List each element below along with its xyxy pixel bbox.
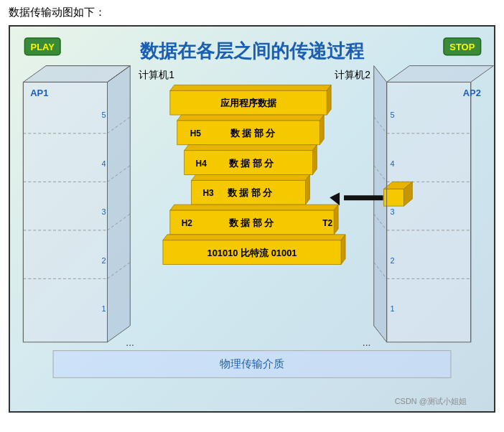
svg-text:数据在各层之间的传递过程: 数据在各层之间的传递过程 bbox=[139, 40, 365, 61]
svg-text:H4: H4 bbox=[196, 159, 207, 169]
svg-text:PLAY: PLAY bbox=[31, 42, 55, 52]
svg-marker-44 bbox=[319, 115, 324, 145]
svg-text:...: ... bbox=[363, 337, 371, 348]
svg-marker-2 bbox=[108, 66, 131, 342]
svg-text:3: 3 bbox=[391, 207, 395, 216]
svg-text:H3: H3 bbox=[203, 188, 215, 198]
svg-text:数 据 部 分: 数 据 部 分 bbox=[227, 187, 274, 198]
svg-text:1: 1 bbox=[391, 304, 395, 313]
svg-rect-14 bbox=[387, 82, 471, 342]
svg-marker-40 bbox=[327, 85, 331, 115]
svg-text:CSDN @测试小姐姐: CSDN @测试小姐姐 bbox=[395, 397, 467, 405]
svg-text:H2: H2 bbox=[182, 218, 193, 228]
svg-text:计算机2: 计算机2 bbox=[335, 69, 370, 80]
svg-marker-59 bbox=[334, 205, 338, 235]
svg-text:H5: H5 bbox=[190, 128, 202, 138]
svg-text:STOP: STOP bbox=[449, 42, 475, 52]
svg-text:AP2: AP2 bbox=[463, 88, 481, 98]
svg-marker-58 bbox=[170, 205, 338, 210]
diagram-svg: AP1 AP2 5 4 3 2 1 5 4 3 2 1 物理传输介质 应用程序数… bbox=[10, 27, 494, 411]
svg-marker-15 bbox=[387, 66, 494, 83]
svg-text:2: 2 bbox=[391, 256, 395, 265]
svg-text:3: 3 bbox=[102, 207, 106, 216]
svg-text:T2: T2 bbox=[322, 218, 332, 228]
svg-marker-69 bbox=[330, 192, 340, 205]
svg-text:4: 4 bbox=[102, 159, 106, 168]
svg-marker-49 bbox=[312, 145, 317, 175]
svg-text:1: 1 bbox=[102, 304, 106, 313]
svg-text:应用程序数据: 应用程序数据 bbox=[220, 98, 277, 108]
page-title: 数据传输动图如下： bbox=[0, 0, 504, 25]
svg-rect-68 bbox=[344, 195, 383, 200]
svg-text:5: 5 bbox=[102, 111, 106, 119]
svg-text:2: 2 bbox=[102, 256, 106, 265]
svg-marker-43 bbox=[177, 115, 324, 121]
diagram-container: AP1 AP2 5 4 3 2 1 5 4 3 2 1 物理传输介质 应用程序数… bbox=[9, 25, 495, 413]
svg-text:AP1: AP1 bbox=[30, 88, 48, 98]
svg-text:数 据 部 分: 数 据 部 分 bbox=[228, 217, 275, 228]
svg-marker-48 bbox=[185, 145, 317, 151]
svg-text:物理传输介质: 物理传输介质 bbox=[220, 358, 284, 370]
svg-text:4: 4 bbox=[391, 159, 395, 168]
svg-text:101010  比特流  01001: 101010 比特流 01001 bbox=[207, 248, 297, 258]
svg-marker-65 bbox=[341, 235, 345, 265]
svg-marker-39 bbox=[170, 85, 331, 90]
svg-marker-54 bbox=[305, 174, 309, 205]
svg-text:数 据 部 分: 数 据 部 分 bbox=[228, 158, 275, 169]
svg-text:...: ... bbox=[126, 337, 134, 348]
svg-rect-0 bbox=[23, 82, 107, 342]
svg-text:计算机1: 计算机1 bbox=[139, 69, 174, 80]
svg-text:数 据 部 分: 数 据 部 分 bbox=[230, 128, 276, 138]
svg-marker-53 bbox=[192, 174, 310, 180]
svg-marker-64 bbox=[163, 235, 345, 240]
svg-text:5: 5 bbox=[391, 111, 395, 119]
